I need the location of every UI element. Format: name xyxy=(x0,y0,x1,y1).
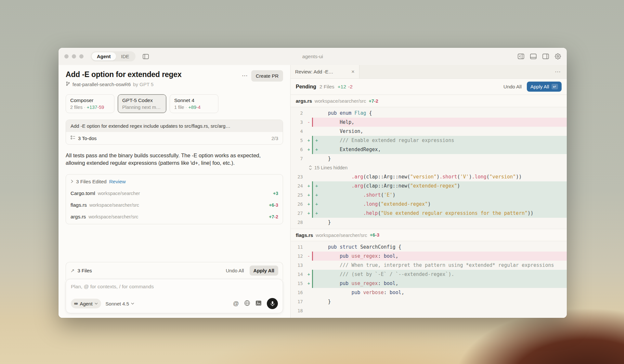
agent-summary: All tests pass and the binary builds suc… xyxy=(66,152,280,167)
tabbar-more-icon[interactable]: ⋯ xyxy=(549,68,567,75)
git-branch-icon xyxy=(66,81,70,87)
branch-author: by GPT 5 xyxy=(133,82,153,87)
diff-line: 25+ .short('E')+ xyxy=(291,190,567,200)
panel-left-collapse-icon[interactable] xyxy=(518,54,524,59)
hidden-lines-expander[interactable]: 15 Lines hidden xyxy=(291,163,567,172)
undo-all-button[interactable]: Undo All xyxy=(223,266,247,275)
sidebar-toggle-icon[interactable] xyxy=(143,54,149,59)
pending-bar: Pending 2 Files +12 -2 Undo All Apply Al… xyxy=(291,79,567,95)
diff-line: 11 pub struct SearchConfig { xyxy=(291,242,567,252)
diff-line: 14+ /// (set by `-E` / `--extended-regex… xyxy=(291,270,567,279)
create-pr-button[interactable]: Create PR xyxy=(251,70,283,82)
diff-line: 18 xyxy=(291,306,567,315)
diff-line: 24+ .arg(clap::Arg::new("extended-regex"… xyxy=(291,181,567,190)
tab-agent[interactable]: Agent xyxy=(92,52,116,60)
diff-line: 17 } xyxy=(291,297,567,306)
agent-card[interactable]: GPT-5 CodexPlanning next m… xyxy=(118,94,166,113)
diff-line: 23 .arg(clap::Arg::new("version").short(… xyxy=(291,172,567,181)
chevron-down-icon xyxy=(131,303,134,305)
diff-line: 2 pub enum Flag { xyxy=(291,109,567,118)
zoom-window-button[interactable] xyxy=(79,54,84,58)
task-box[interactable]: Add -E option for extended regex include… xyxy=(66,120,283,145)
pending-files-count: 2 Files xyxy=(319,84,334,90)
diff-file-header[interactable]: flags.rsworkspace/searcher/src+6-3 xyxy=(291,229,567,241)
panel-right-icon[interactable] xyxy=(542,54,549,59)
diff-line: 7 } xyxy=(291,154,567,163)
file-row[interactable]: Cargo.tomlworkspace/searcher+3 xyxy=(66,188,283,199)
diff-line: 12- pub use_regex: bool, xyxy=(291,252,567,261)
more-menu-icon[interactable]: ⋯ xyxy=(239,70,251,81)
task-title: Add -E option for extended regex xyxy=(66,70,239,79)
files-edited-header[interactable]: 3 Files Edited Review xyxy=(66,176,283,188)
file-row[interactable]: flags.rsworkspace/searcher/src+6-3 xyxy=(66,199,283,211)
apply-bar: ↗ 3 Files Undo All Apply All xyxy=(66,262,283,280)
undo-all-button[interactable]: Undo All xyxy=(503,84,522,89)
mode-switcher: Agent IDE xyxy=(91,51,136,61)
files-edited-box: 3 Files Edited Review Cargo.tomlworkspac… xyxy=(66,174,283,224)
return-key-hint: ↵ xyxy=(552,84,558,89)
diff-line: 5+ /// Enable extended regular expressio… xyxy=(291,136,567,145)
tab-review[interactable]: Review: Add -E… × xyxy=(291,65,359,78)
traffic-lights xyxy=(64,54,84,58)
pending-label: Pending xyxy=(296,84,316,90)
files-edited-label: 3 Files Edited xyxy=(76,179,107,185)
agent-mode-dropdown[interactable]: ∞ Agent xyxy=(71,299,101,308)
titlebar: Agent IDE agents-ui xyxy=(58,48,567,65)
tab-ide[interactable]: IDE xyxy=(116,52,135,60)
diff-line: 15+ pub use_regex: bool, xyxy=(291,279,567,288)
microphone-icon xyxy=(270,301,275,306)
apply-all-button[interactable]: Apply All xyxy=(250,266,278,276)
agent-cards: Composer2 files·+137-59GPT-5 CodexPlanni… xyxy=(66,94,283,113)
mention-at-icon[interactable]: @ xyxy=(233,300,239,307)
todos-label: 3 To-dos xyxy=(78,136,97,141)
diff-line: 4 Version, xyxy=(291,127,567,136)
microphone-button[interactable] xyxy=(267,298,278,309)
settings-gear-icon[interactable] xyxy=(555,53,561,59)
review-pane: Review: Add -E… × ⋯ Pending 2 Files +12 … xyxy=(291,65,567,318)
diff-line: 3- Help, xyxy=(291,118,567,127)
agent-card[interactable]: Sonnet 41 file·+89-4 xyxy=(170,94,218,113)
prompt-input[interactable] xyxy=(71,284,278,290)
task-description: Add -E option for extended regex include… xyxy=(66,120,283,132)
chevron-down-icon xyxy=(95,303,98,305)
globe-icon[interactable] xyxy=(244,300,250,307)
branch-name: feat-parallel-search-oswR6 xyxy=(72,82,131,87)
agent-pane: Add -E option for extended regex feat-pa… xyxy=(58,65,291,318)
model-dropdown[interactable]: Sonnet 4.5 xyxy=(106,301,135,306)
panel-bottom-icon[interactable] xyxy=(530,54,537,59)
close-window-button[interactable] xyxy=(64,54,69,58)
apply-all-button[interactable]: Apply All ↵ xyxy=(527,82,562,92)
todo-list-icon xyxy=(71,135,75,141)
composer: ∞ Agent Sonnet 4.5 @ xyxy=(66,279,283,313)
diff-line: 13 /// When true, interpret the pattern … xyxy=(291,261,567,270)
tab-close-icon[interactable]: × xyxy=(351,69,355,75)
diff-file-header[interactable]: args.rsworkspace/searcher/src+7-2 xyxy=(291,95,567,107)
file-row[interactable]: args.rsworkspace/searcher/src+7-2 xyxy=(66,211,283,223)
chevron-right-icon xyxy=(71,179,73,185)
diff-line: 28 } xyxy=(291,218,567,227)
files-count-label[interactable]: 3 Files xyxy=(78,268,92,273)
pending-additions: +12 xyxy=(338,84,346,90)
app-window: Agent IDE agents-ui Add xyxy=(58,48,567,318)
diff-line: 27+ .help("Use extended regular expressi… xyxy=(291,209,567,218)
review-link[interactable]: Review xyxy=(109,179,126,185)
minimize-window-button[interactable] xyxy=(72,54,76,58)
diff-line: 6+ ExtendedRegex,+ xyxy=(291,145,567,154)
arrow-up-right-icon: ↗ xyxy=(71,268,75,274)
diff-line: 26+ .long("extended-regex")+ xyxy=(291,200,567,209)
infinity-icon: ∞ xyxy=(74,301,78,306)
diff-view[interactable]: args.rsworkspace/searcher/src+7-22 pub e… xyxy=(291,95,567,318)
image-icon[interactable] xyxy=(255,300,262,307)
agent-card[interactable]: Composer2 files·+137-59 xyxy=(66,94,114,113)
pending-deletions: -2 xyxy=(348,84,353,90)
editor-tabbar: Review: Add -E… × ⋯ xyxy=(291,65,567,79)
diff-line: 16 pub verbose: bool, xyxy=(291,288,567,297)
todos-progress: 2/3 xyxy=(271,136,278,141)
